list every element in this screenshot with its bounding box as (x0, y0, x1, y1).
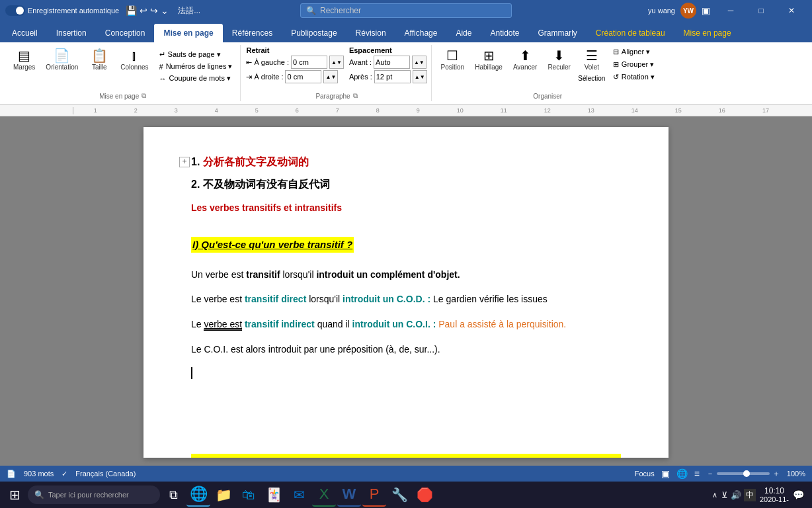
apres-input[interactable]: 12 pt (374, 70, 411, 83)
reculer-button[interactable]: ⬇ Reculer (544, 46, 574, 73)
numeros-label: Numéros de lignes ▾ (166, 62, 233, 71)
title-bar-left: Enregistrement automatique 💾 ↩ ↪ ⌄ 法語... (5, 5, 272, 17)
network-icon[interactable]: ⊻ (721, 490, 728, 500)
paragraph-4: Le C.O.I. est alors introduit par une pr… (191, 342, 621, 358)
ruler-13: 13 (588, 107, 594, 114)
tab-affichage[interactable]: Affichage (395, 24, 447, 42)
taille-button[interactable]: 📋 Taille (85, 46, 114, 73)
powerpoint-icon[interactable]: P (362, 483, 386, 507)
aligner-button[interactable]: ⊟ Aligner ▾ (609, 46, 659, 58)
arrow-up-icon[interactable]: ∧ (712, 491, 717, 499)
coupure-button[interactable]: ↔ Coupure de mots ▾ (155, 73, 237, 84)
red-icon[interactable]: 🛑 (413, 483, 436, 507)
volume-icon[interactable]: 🔊 (731, 490, 741, 500)
layout-icon[interactable]: ▣ (702, 5, 710, 16)
volet-button[interactable]: ☰ Volet (577, 46, 606, 73)
espacement-section: Espacement Avant : Auto ▲▼ Après : 12 pt (349, 46, 427, 83)
add-content-button[interactable]: + (179, 157, 190, 167)
explorer-icon[interactable]: 📁 (212, 483, 235, 507)
marges-button[interactable]: ▤ Marges (9, 46, 39, 73)
start-button[interactable]: ⊞ (3, 483, 26, 507)
zoom-level[interactable]: 100% (787, 470, 805, 478)
position-button[interactable]: ☐ Position (437, 46, 469, 73)
tab-publipostage[interactable]: Publipostage (282, 24, 346, 42)
tab-accueil[interactable]: Accueil (3, 24, 47, 42)
mail-icon[interactable]: ✉ (287, 483, 311, 507)
grouper-button[interactable]: ⊞ Grouper ▾ (609, 59, 659, 70)
tab-conception[interactable]: Conception (96, 24, 155, 42)
a-droite-input[interactable]: 0 cm (285, 70, 321, 83)
solitaire-icon[interactable]: 🃏 (262, 483, 286, 507)
zoom-track[interactable] (717, 472, 770, 475)
apres-spinner[interactable]: ▲▼ (413, 70, 427, 83)
tab-insertion[interactable]: Insertion (47, 24, 96, 42)
focus-button[interactable]: Focus (635, 470, 655, 478)
colonnes-button[interactable]: ⫿ Colonnes (116, 46, 152, 73)
numeros-button[interactable]: # Numéros de lignes ▾ (155, 61, 237, 72)
redo-icon[interactable]: ↪ (150, 5, 158, 16)
para1-bold2: introduit un complément d'objet. (316, 269, 460, 280)
undo-icon[interactable]: ↩ (140, 5, 147, 16)
minimize-button[interactable]: ─ (715, 0, 746, 21)
avant-input[interactable]: Auto (374, 56, 410, 69)
search-icon: 🔍 (306, 6, 316, 15)
clock[interactable]: 10:10 2020-11- (760, 486, 789, 503)
orientation-button[interactable]: 📄 Orientation (42, 46, 82, 73)
view-web-icon[interactable]: 🌐 (676, 468, 688, 479)
document-content[interactable]: + 1. 分析各前文字及动词的 2. 不及物动词有没有自反代词 Les verb… (191, 153, 621, 379)
zoom-bar: － ＋ (706, 468, 780, 480)
autosave-toggle[interactable] (5, 5, 25, 16)
antidote-icon[interactable]: 🔧 (387, 483, 411, 507)
search-box[interactable]: 🔍 Rechercher (300, 3, 512, 18)
proofing-icon[interactable]: ✓ (61, 470, 67, 478)
tab-antidote-label: Antidote (490, 28, 519, 38)
selection-label: Sélection (578, 75, 605, 82)
a-gauche-spinner[interactable]: ▲▼ (329, 56, 344, 69)
view-layout-icon[interactable]: ▣ (661, 468, 670, 479)
rotation-button[interactable]: ↺ Rotation ▾ (609, 71, 659, 83)
more-icon[interactable]: ⌄ (161, 5, 169, 16)
tab-aide[interactable]: Aide (446, 24, 481, 42)
tab-grammarly[interactable]: Grammarly (529, 24, 587, 42)
notification-icon[interactable]: 💬 (793, 489, 804, 500)
expand-icon[interactable]: ⧉ (142, 92, 146, 100)
excel-icon[interactable]: X (312, 483, 336, 507)
tab-antidote[interactable]: Antidote (481, 24, 528, 42)
tab-revision[interactable]: Révision (346, 24, 395, 42)
retrait-row: Retrait ⇤ À gauche : 0 cm ▲▼ ⇥ À droite … (246, 46, 426, 83)
store-icon[interactable]: 🛍 (237, 483, 261, 507)
ruler-6: 6 (296, 107, 299, 114)
edge-icon[interactable]: 🌐 (186, 483, 210, 507)
avant-spinner[interactable]: ▲▼ (412, 56, 426, 69)
tab-creation-tableau[interactable]: Création de tableau (587, 24, 674, 42)
tab-mise-en-page2[interactable]: Mise en page (674, 24, 741, 42)
paragraphe-expand-icon[interactable]: ⧉ (353, 92, 358, 100)
zoom-out-button[interactable]: － (706, 468, 714, 480)
a-gauche-input[interactable]: 0 cm (291, 56, 327, 69)
a-droite-spinner[interactable]: ▲▼ (323, 70, 338, 83)
ruler-3: 3 (175, 107, 178, 114)
sauts-button[interactable]: ↵ Sauts de page ▾ (155, 49, 237, 60)
marges-icon: ▤ (18, 49, 30, 62)
zoom-in-button[interactable]: ＋ (772, 468, 780, 480)
paragraph-3: Le verbe est transitif indirect quand il… (191, 317, 621, 333)
para2-teal2: introduit un C.O.D. : (343, 294, 430, 304)
section-title: I) Qu'est-ce qu'un verbe transitif ? (191, 237, 354, 253)
maximize-button[interactable]: □ (746, 0, 776, 21)
taskbar-search[interactable]: 🔍 Taper ici pour rechercher (28, 486, 160, 504)
user-avatar[interactable]: YW (680, 3, 696, 19)
avancer-button[interactable]: ⬆ Avancer (509, 46, 542, 73)
a-gauche-value: 0 cm (293, 58, 309, 66)
save-icon[interactable]: 💾 (126, 5, 137, 16)
habillage-button[interactable]: ⊞ Habillage (471, 46, 507, 73)
ime-icon[interactable]: 中 (744, 489, 756, 501)
avancer-label: Avancer (513, 64, 538, 71)
tab-conception-label: Conception (105, 28, 145, 38)
tab-references[interactable]: Références (223, 24, 282, 42)
view-outline-icon[interactable]: ≡ (694, 468, 700, 479)
task-view-button[interactable]: ⧉ (161, 483, 185, 507)
tab-mise-en-page[interactable]: Mise en page (154, 24, 222, 42)
close-button[interactable]: ✕ (776, 0, 807, 21)
word-icon[interactable]: W (337, 483, 361, 507)
reculer-col: ⬇ Reculer (544, 46, 574, 73)
